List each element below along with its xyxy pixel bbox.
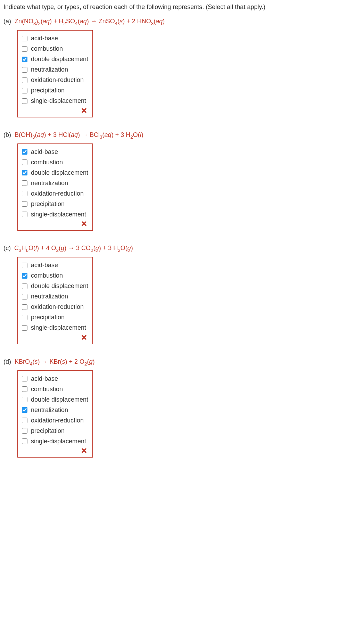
option-label: acid-base bbox=[31, 375, 58, 383]
option-checkbox[interactable] bbox=[22, 149, 27, 155]
option-label: oxidation-reduction bbox=[31, 76, 84, 84]
option-label: single-displacement bbox=[31, 438, 86, 445]
option-label: single-displacement bbox=[31, 324, 86, 331]
question-header: (a)Zn(NO3)2(aq) + H2SO4(aq) → ZnSO4(s) +… bbox=[3, 18, 361, 26]
option-row: oxidation-reduction bbox=[20, 75, 88, 85]
option-label: oxidation-reduction bbox=[31, 417, 84, 424]
options-box: acid-basecombustiondouble displacementne… bbox=[17, 257, 93, 344]
option-label: double displacement bbox=[31, 169, 88, 176]
options-box: acid-basecombustiondouble displacementne… bbox=[17, 30, 93, 117]
question-block: (c)C3H6O(l) + 4 O2(g) → 3 CO2(g) + 3 H2O… bbox=[3, 245, 361, 344]
option-checkbox[interactable] bbox=[22, 212, 27, 217]
option-checkbox[interactable] bbox=[22, 325, 27, 331]
option-row: double displacement bbox=[20, 167, 88, 178]
option-checkbox[interactable] bbox=[22, 397, 27, 402]
option-checkbox[interactable] bbox=[22, 170, 27, 175]
option-label: acid-base bbox=[31, 148, 58, 156]
option-checkbox[interactable] bbox=[22, 428, 27, 434]
option-row: single-displacement bbox=[20, 96, 88, 106]
chemical-equation: B(OH)3(aq) + 3 HCl(aq) → BCl3(aq) + 3 H2… bbox=[15, 131, 143, 138]
incorrect-icon bbox=[81, 221, 87, 228]
option-row: single-displacement bbox=[20, 323, 88, 333]
option-checkbox[interactable] bbox=[22, 201, 27, 207]
option-row: combustion bbox=[20, 271, 88, 281]
option-label: precipitation bbox=[31, 87, 65, 94]
option-checkbox[interactable] bbox=[22, 407, 27, 413]
chemical-equation: C3H6O(l) + 4 O2(g) → 3 CO2(g) + 3 H2O(g) bbox=[14, 245, 133, 252]
option-label: double displacement bbox=[31, 56, 88, 63]
option-checkbox[interactable] bbox=[22, 57, 27, 62]
option-row: combustion bbox=[20, 384, 88, 394]
option-checkbox[interactable] bbox=[22, 283, 27, 289]
option-checkbox[interactable] bbox=[22, 98, 27, 104]
chemical-equation: KBrO4(s) → KBr(s) + 2 O2(g) bbox=[15, 358, 95, 365]
option-label: precipitation bbox=[31, 427, 65, 435]
option-row: neutralization bbox=[20, 405, 88, 415]
option-label: combustion bbox=[31, 45, 63, 52]
option-row: acid-base bbox=[20, 373, 88, 384]
option-checkbox[interactable] bbox=[22, 77, 27, 83]
instruction-text: Indicate what type, or types, of reactio… bbox=[3, 3, 361, 11]
option-checkbox[interactable] bbox=[22, 67, 27, 73]
option-label: combustion bbox=[31, 272, 63, 279]
option-checkbox[interactable] bbox=[22, 418, 27, 423]
option-checkbox[interactable] bbox=[22, 294, 27, 299]
option-label: combustion bbox=[31, 159, 63, 166]
option-checkbox[interactable] bbox=[22, 180, 27, 186]
incorrect-icon bbox=[81, 108, 87, 115]
part-label: (d) bbox=[3, 358, 11, 365]
option-row: combustion bbox=[20, 157, 88, 167]
feedback-row bbox=[20, 220, 88, 228]
option-label: neutralization bbox=[31, 293, 68, 300]
option-label: neutralization bbox=[31, 406, 68, 414]
option-row: combustion bbox=[20, 44, 88, 54]
option-checkbox[interactable] bbox=[22, 191, 27, 196]
option-row: single-displacement bbox=[20, 436, 88, 446]
option-row: precipitation bbox=[20, 312, 88, 323]
option-checkbox[interactable] bbox=[22, 376, 27, 381]
feedback-row bbox=[20, 106, 88, 115]
option-row: precipitation bbox=[20, 85, 88, 96]
option-checkbox[interactable] bbox=[22, 438, 27, 444]
question-block: (b)B(OH)3(aq) + 3 HCl(aq) → BCl3(aq) + 3… bbox=[3, 131, 361, 231]
option-checkbox[interactable] bbox=[22, 88, 27, 93]
option-row: single-displacement bbox=[20, 209, 88, 220]
option-checkbox[interactable] bbox=[22, 46, 27, 52]
option-row: precipitation bbox=[20, 426, 88, 436]
option-checkbox[interactable] bbox=[22, 36, 27, 41]
question-block: (d)KBrO4(s) → KBr(s) + 2 O2(g)acid-basec… bbox=[3, 358, 361, 458]
option-label: acid-base bbox=[31, 262, 58, 269]
option-label: precipitation bbox=[31, 200, 65, 208]
options-box: acid-basecombustiondouble displacementne… bbox=[17, 370, 93, 458]
feedback-row bbox=[20, 446, 88, 455]
option-row: oxidation-reduction bbox=[20, 188, 88, 199]
option-row: oxidation-reduction bbox=[20, 415, 88, 426]
option-label: single-displacement bbox=[31, 97, 86, 105]
option-checkbox[interactable] bbox=[22, 315, 27, 320]
option-label: oxidation-reduction bbox=[31, 303, 84, 311]
option-row: double displacement bbox=[20, 54, 88, 65]
option-checkbox[interactable] bbox=[22, 159, 27, 165]
chemical-equation: Zn(NO3)2(aq) + H2SO4(aq) → ZnSO4(s) + 2 … bbox=[15, 18, 165, 25]
option-label: double displacement bbox=[31, 396, 88, 403]
option-label: double displacement bbox=[31, 282, 88, 290]
option-label: single-displacement bbox=[31, 211, 86, 218]
option-label: oxidation-reduction bbox=[31, 190, 84, 197]
option-label: combustion bbox=[31, 386, 63, 393]
option-checkbox[interactable] bbox=[22, 273, 27, 279]
option-label: neutralization bbox=[31, 66, 68, 73]
option-checkbox[interactable] bbox=[22, 304, 27, 310]
part-label: (b) bbox=[3, 131, 11, 139]
option-row: neutralization bbox=[20, 178, 88, 188]
question-header: (b)B(OH)3(aq) + 3 HCl(aq) → BCl3(aq) + 3… bbox=[3, 131, 361, 140]
option-row: acid-base bbox=[20, 33, 88, 44]
option-label: acid-base bbox=[31, 35, 58, 42]
incorrect-icon bbox=[81, 335, 87, 342]
feedback-row bbox=[20, 333, 88, 342]
option-row: acid-base bbox=[20, 260, 88, 271]
question-header: (c)C3H6O(l) + 4 O2(g) → 3 CO2(g) + 3 H2O… bbox=[3, 245, 361, 253]
option-row: neutralization bbox=[20, 291, 88, 302]
incorrect-icon bbox=[81, 448, 87, 455]
option-checkbox[interactable] bbox=[22, 386, 27, 392]
option-checkbox[interactable] bbox=[22, 263, 27, 268]
